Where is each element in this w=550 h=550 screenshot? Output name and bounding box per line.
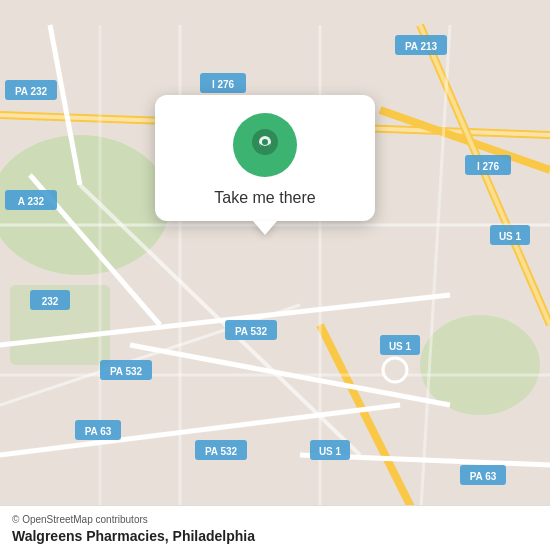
pin-icon-wrapper bbox=[233, 113, 297, 177]
svg-text:US 1: US 1 bbox=[319, 446, 342, 457]
location-pin-icon bbox=[247, 127, 283, 163]
svg-point-2 bbox=[420, 315, 540, 415]
svg-text:PA 532: PA 532 bbox=[110, 366, 143, 377]
svg-text:PA 532: PA 532 bbox=[205, 446, 238, 457]
svg-text:PA 63: PA 63 bbox=[85, 426, 112, 437]
popup-card: Take me there bbox=[155, 95, 375, 221]
svg-text:PA 213: PA 213 bbox=[405, 41, 438, 52]
map-attribution: © OpenStreetMap contributors bbox=[12, 514, 538, 525]
take-me-there-button[interactable]: Take me there bbox=[214, 189, 315, 207]
bottom-bar: © OpenStreetMap contributors Walgreens P… bbox=[0, 505, 550, 550]
svg-text:PA 532: PA 532 bbox=[235, 326, 268, 337]
svg-text:232: 232 bbox=[42, 296, 59, 307]
svg-point-52 bbox=[383, 358, 407, 382]
svg-text:US 1: US 1 bbox=[389, 341, 412, 352]
svg-text:I 276: I 276 bbox=[477, 161, 500, 172]
location-label: Walgreens Pharmacies, Philadelphia bbox=[12, 528, 538, 544]
svg-text:A 232: A 232 bbox=[18, 196, 45, 207]
svg-text:PA 63: PA 63 bbox=[470, 471, 497, 482]
svg-point-55 bbox=[262, 139, 268, 145]
svg-text:US 1: US 1 bbox=[499, 231, 522, 242]
svg-text:PA 232: PA 232 bbox=[15, 86, 48, 97]
svg-text:I 276: I 276 bbox=[212, 79, 235, 90]
map-background: PA 232 A 232 232 I 276 PA 213 I 276 US 1… bbox=[0, 0, 550, 550]
map-container: PA 232 A 232 232 I 276 PA 213 I 276 US 1… bbox=[0, 0, 550, 550]
